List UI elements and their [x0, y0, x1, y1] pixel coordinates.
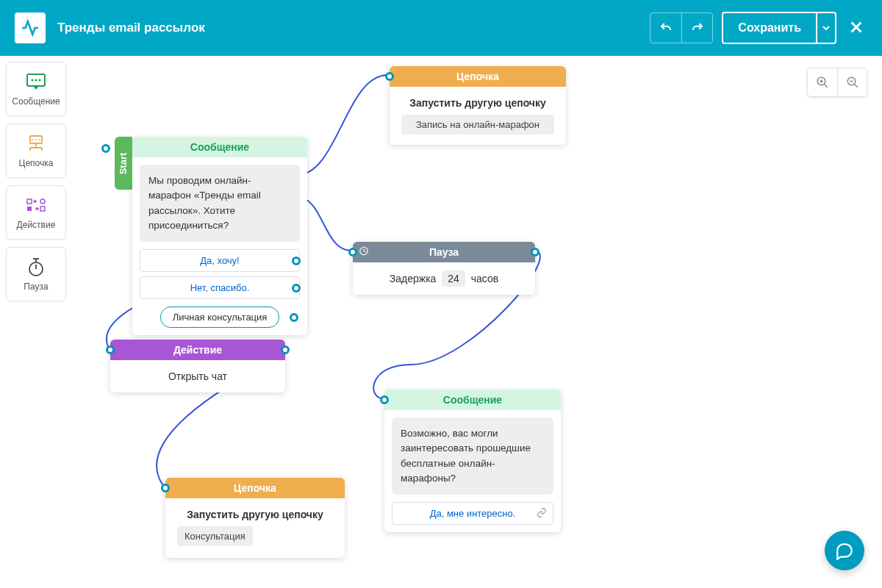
node-chain-bottom[interactable]: Цепочка Запустить другую цепочку Консуль…	[165, 478, 345, 558]
node-message-followup[interactable]: Сообщение Возможно, вас могли заинтересо…	[384, 390, 561, 532]
history-buttons	[650, 12, 713, 43]
message-options: Да, хочу! Нет, спасибо.	[140, 249, 300, 299]
node-message-start[interactable]: Start Сообщение Мы проводим онлайн-мараф…	[132, 137, 307, 335]
undo-button[interactable]	[650, 13, 681, 43]
svg-line-28	[854, 84, 858, 87]
port-out[interactable]	[292, 257, 301, 265]
chat-icon	[835, 541, 854, 560]
save-button-group: Сохранить	[722, 12, 836, 44]
chat-fab[interactable]	[825, 531, 864, 570]
port-out[interactable]	[531, 248, 539, 257]
port-in[interactable]	[161, 484, 170, 492]
app-logo	[15, 12, 46, 43]
port-out[interactable]	[290, 313, 298, 322]
delay-value: 24	[442, 270, 465, 287]
port-in[interactable]	[380, 395, 389, 404]
zoom-out-icon	[846, 76, 859, 89]
node-body: Возможно, вас могли заинтересовать проше…	[384, 410, 561, 532]
node-body: Задержка 24 часов	[353, 262, 535, 295]
zoom-out-button[interactable]	[837, 68, 867, 96]
zoom-controls	[807, 68, 867, 97]
chain-action-label: Запустить другую цепочку	[177, 509, 333, 520]
delay-suffix: часов	[471, 273, 498, 284]
chevron-down-icon	[822, 24, 830, 32]
save-dropdown-button[interactable]	[816, 13, 835, 43]
node-action[interactable]: Действие Открыть чат	[110, 340, 285, 392]
node-header: Цепочка	[390, 66, 566, 87]
page-title: Тренды email рассылок	[57, 21, 638, 35]
zoom-in-button[interactable]	[808, 68, 837, 96]
link-icon	[537, 507, 547, 520]
node-header: Сообщение	[384, 390, 561, 410]
flow-canvas[interactable]: Start Сообщение Мы проводим онлайн-мараф…	[0, 56, 882, 588]
start-badge: Start	[115, 137, 132, 190]
message-options: Да, мне интересно.	[392, 502, 553, 525]
port-out[interactable]	[292, 284, 301, 293]
app-header: Тренды email рассылок Сохранить	[0, 0, 882, 56]
consultation-button[interactable]: Личная консультация	[160, 306, 280, 328]
node-header: Пауза	[353, 242, 535, 262]
message-text: Мы проводим онлайн-марафон «Тренды email…	[140, 165, 300, 242]
port-in[interactable]	[348, 248, 357, 257]
node-header: Цепочка	[165, 478, 345, 498]
node-header: Сообщение	[132, 137, 307, 157]
node-header: Действие	[110, 340, 285, 360]
chain-name-pill: Запись на онлайн-марафон	[401, 115, 554, 135]
node-body: Открыть чат	[110, 360, 285, 392]
node-body: Запустить другую цепочку Консультация	[165, 498, 345, 556]
message-text: Возможно, вас могли заинтересовать проше…	[392, 417, 553, 495]
redo-button[interactable]	[681, 13, 712, 43]
port-in[interactable]	[106, 345, 115, 354]
option-no[interactable]: Нет, спасибо.	[140, 276, 300, 299]
chain-name-pill: Консультация	[177, 526, 253, 546]
option-yes[interactable]: Да, хочу!	[140, 249, 300, 272]
clock-icon	[359, 246, 369, 259]
node-body: Запустить другую цепочку Запись на онлай…	[390, 87, 566, 145]
port-out[interactable]	[281, 345, 290, 354]
chain-action-label: Запустить другую цепочку	[401, 97, 554, 109]
close-icon	[848, 19, 864, 35]
delay-prefix: Задержка	[390, 273, 437, 284]
node-pause[interactable]: Пауза Задержка 24 часов	[353, 242, 535, 295]
close-button[interactable]	[845, 16, 867, 40]
undo-icon	[659, 21, 673, 35]
node-chain-top[interactable]: Цепочка Запустить другую цепочку Запись …	[390, 66, 566, 145]
svg-line-24	[824, 84, 828, 87]
option-interested[interactable]: Да, мне интересно.	[392, 502, 553, 525]
redo-icon	[691, 21, 704, 35]
start-port[interactable]	[101, 144, 110, 153]
save-button[interactable]: Сохранить	[723, 13, 816, 43]
node-body: Мы проводим онлайн-марафон «Тренды email…	[132, 157, 307, 335]
header-actions: Сохранить	[650, 12, 867, 44]
port-in[interactable]	[385, 72, 394, 81]
zoom-in-icon	[816, 76, 829, 89]
